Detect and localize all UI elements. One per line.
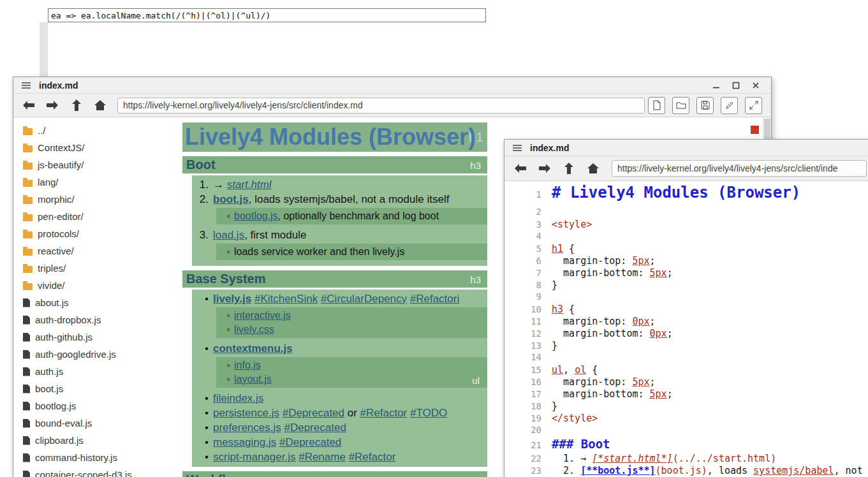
- url-input[interactable]: [612, 160, 867, 177]
- file-label: auth.js: [35, 366, 63, 377]
- file-list-item[interactable]: js-beautify/: [13, 156, 182, 173]
- folder-icon: [23, 197, 33, 204]
- link[interactable]: messaging.js: [213, 436, 276, 448]
- list-marker: ◦: [216, 323, 230, 337]
- link[interactable]: #Refactor: [360, 407, 408, 419]
- link[interactable]: script-manager.js: [213, 451, 295, 463]
- link[interactable]: #Refactori: [410, 293, 459, 305]
- line-number: 11: [504, 316, 541, 327]
- file-list-item[interactable]: bound-eval.js: [13, 415, 182, 432]
- home-button[interactable]: [90, 96, 110, 114]
- list-item-text: lively.css: [234, 323, 274, 337]
- link[interactable]: #KitchenSink: [254, 293, 318, 305]
- link[interactable]: persistence.js: [213, 407, 279, 419]
- url-input[interactable]: [117, 98, 645, 114]
- link[interactable]: #TODO: [410, 407, 447, 419]
- text-segment: margin-bottom:: [552, 388, 650, 400]
- ul-tag-badge: ul: [472, 376, 480, 385]
- file-list-item[interactable]: clipboard.js: [13, 432, 182, 449]
- file-list-item[interactable]: reactive/: [13, 242, 182, 260]
- up-button[interactable]: [66, 96, 87, 114]
- file-list-item[interactable]: auth-dropbox.js: [13, 311, 182, 328]
- list-marker: •: [192, 291, 209, 306]
- link[interactable]: info.js: [234, 360, 261, 371]
- folder-icon: [23, 266, 33, 273]
- file-list-item[interactable]: container-scoped-d3.js: [13, 466, 182, 477]
- link[interactable]: load.js: [213, 229, 244, 241]
- open-folder-button[interactable]: [672, 97, 689, 114]
- code-editor[interactable]: 1 # Lively4 Modules (Browser) 2 3 <style…: [504, 181, 868, 477]
- line-content: # Lively4 Modules (Browser): [552, 184, 800, 202]
- expand-button[interactable]: [745, 97, 762, 114]
- text-segment: {: [563, 243, 575, 254]
- file-list-item[interactable]: about.js: [13, 294, 182, 311]
- link[interactable]: fileindex.js: [213, 392, 263, 404]
- file-label: auth-dropbox.js: [35, 314, 101, 325]
- home-button[interactable]: [582, 159, 603, 177]
- file-list-item[interactable]: morphic/: [13, 191, 182, 208]
- new-file-button[interactable]: [648, 97, 665, 114]
- link[interactable]: layout.js: [234, 374, 272, 385]
- close-button[interactable]: [751, 80, 761, 91]
- file-icon: [23, 453, 30, 462]
- line-content: </style>: [552, 413, 598, 424]
- nested-list: ◦ interactive.js ◦ lively.css: [216, 307, 487, 338]
- edit-button[interactable]: [721, 97, 738, 114]
- file-list-item[interactable]: lang/: [13, 173, 182, 191]
- up-button[interactable]: [558, 159, 579, 177]
- file-list-item[interactable]: triples/: [13, 260, 182, 277]
- file-icon: [23, 419, 30, 428]
- file-list-item[interactable]: boot.js: [13, 380, 182, 397]
- link[interactable]: contextmenu.js: [213, 342, 293, 355]
- file-list-item[interactable]: auth-googledrive.js: [13, 346, 182, 363]
- file-list-item[interactable]: bootlog.js: [13, 397, 182, 415]
- file-list-item[interactable]: auth.js: [13, 363, 182, 380]
- window-menu-button[interactable]: [20, 79, 33, 92]
- link[interactable]: boot.js: [213, 193, 249, 205]
- text-segment: , optionally benchmark and log boot: [278, 210, 439, 221]
- link[interactable]: #Deprecated: [283, 407, 344, 419]
- code-line: 7 margin-bottom: 5px;: [504, 267, 868, 279]
- text-segment: 5px: [650, 267, 667, 279]
- text-segment: systemjs/babel: [753, 465, 834, 476]
- list-marker: ◦: [216, 372, 230, 386]
- list-item: • preferences.js #Deprecated: [192, 420, 487, 435]
- link[interactable]: #Deprecated: [279, 436, 341, 448]
- minimize-button[interactable]: [711, 80, 721, 91]
- link[interactable]: start.html: [227, 179, 272, 191]
- link[interactable]: #CircularDepency: [321, 293, 407, 305]
- link[interactable]: preferences.js: [213, 422, 281, 434]
- file-list-item[interactable]: vivide/: [13, 277, 182, 294]
- element-filter-input[interactable]: [48, 8, 486, 22]
- link[interactable]: #Rename: [298, 451, 346, 463]
- link[interactable]: #Refactor: [349, 451, 396, 463]
- forward-button[interactable]: [42, 96, 63, 114]
- link[interactable]: bootlog.js: [234, 210, 278, 221]
- save-button[interactable]: [696, 97, 714, 114]
- link[interactable]: #Deprecated: [284, 422, 346, 434]
- back-button[interactable]: [18, 96, 39, 114]
- link[interactable]: lively.css: [234, 324, 274, 335]
- h3-tag-badge: h3: [470, 161, 481, 170]
- file-list-item[interactable]: auth-github.js: [13, 328, 182, 346]
- folder-icon: [23, 231, 33, 238]
- list-item-text: lively.js #KitchenSink #CircularDepency …: [213, 291, 459, 306]
- file-icon: [23, 316, 30, 325]
- file-list-item[interactable]: ContextJS/: [13, 139, 182, 156]
- forward-button[interactable]: [534, 159, 555, 177]
- maximize-button[interactable]: [731, 80, 741, 91]
- text-segment: }: [552, 340, 557, 351]
- file-list-item[interactable]: protocols/: [13, 225, 182, 242]
- file-list-item[interactable]: ../: [13, 122, 182, 139]
- text-segment: margin-top:: [552, 316, 632, 327]
- text-segment: [**boot.js**]: [580, 465, 655, 476]
- list-item-text: loads service worker and then lively.js: [234, 245, 404, 259]
- link[interactable]: lively.js: [213, 293, 251, 305]
- window-menu-button[interactable]: [511, 142, 524, 154]
- link[interactable]: interactive.js: [234, 310, 291, 321]
- back-button[interactable]: [510, 159, 531, 177]
- back-icon: [513, 163, 527, 173]
- file-list-item[interactable]: pen-editor/: [13, 208, 182, 225]
- nested-list: ◦ bootlog.js, optionally benchmark and l…: [216, 208, 487, 224]
- file-list-item[interactable]: command-history.js: [13, 449, 182, 466]
